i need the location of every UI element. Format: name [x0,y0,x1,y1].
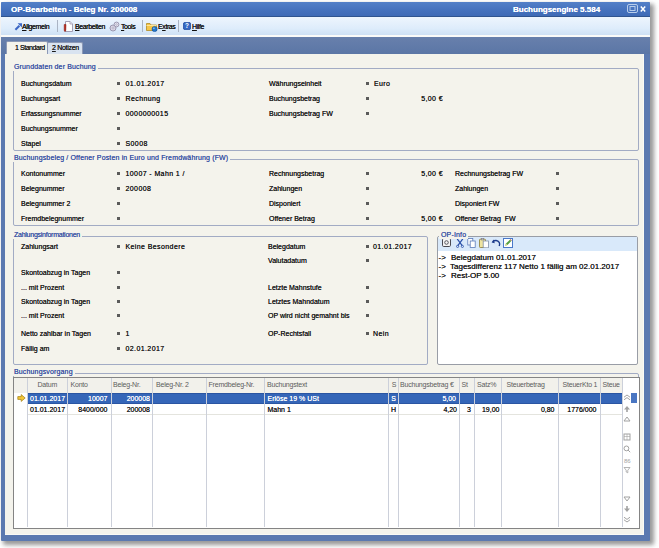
svg-text:86: 86 [624,458,631,464]
svg-text:?: ? [185,22,189,29]
